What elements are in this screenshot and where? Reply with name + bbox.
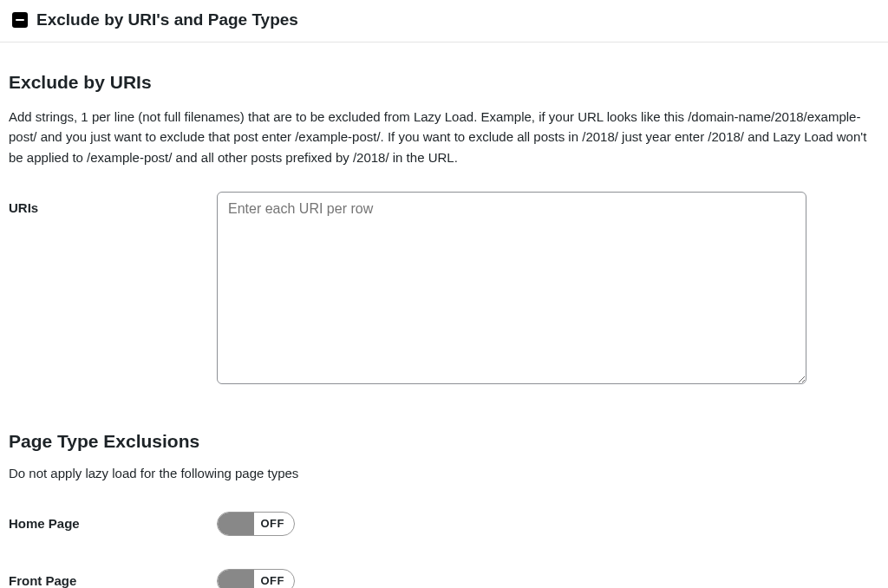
front-page-label: Front Page [9,573,217,588]
toggle-knob [218,570,254,588]
pagetypes-description: Do not apply lazy load for the following… [9,466,879,480]
home-page-label: Home Page [9,516,217,531]
section-heading-pagetypes: Page Type Exclusions [9,431,879,452]
toggle-state-text: OFF [261,574,285,587]
section-heading-uris: Exclude by URIs [9,72,879,93]
uris-form-row: URIs [9,192,879,388]
uris-textarea[interactable] [217,192,806,384]
panel-content: Exclude by URIs Add strings, 1 per line … [0,42,888,588]
collapse-icon[interactable] [12,12,28,28]
toggle-row-home-page: Home Page OFF [9,512,879,536]
toggle-state-text: OFF [261,517,285,530]
panel-title: Exclude by URI's and Page Types [36,10,298,29]
uris-label: URIs [9,192,217,215]
toggle-knob [218,513,254,535]
home-page-toggle[interactable]: OFF [217,512,295,536]
panel-header[interactable]: Exclude by URI's and Page Types [0,0,888,42]
toggle-row-front-page: Front Page OFF [9,569,879,588]
front-page-toggle[interactable]: OFF [217,569,295,588]
uris-field-wrap [217,192,806,388]
uris-description: Add strings, 1 per line (not full filena… [9,107,876,167]
